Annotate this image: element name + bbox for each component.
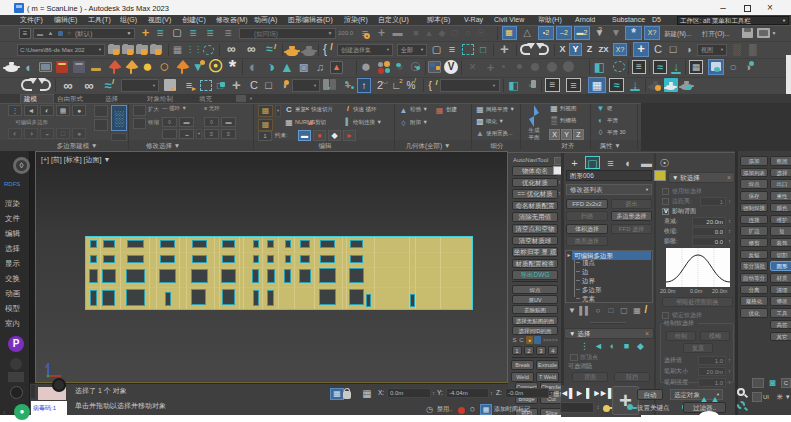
svg-text:z: z [45,363,48,369]
